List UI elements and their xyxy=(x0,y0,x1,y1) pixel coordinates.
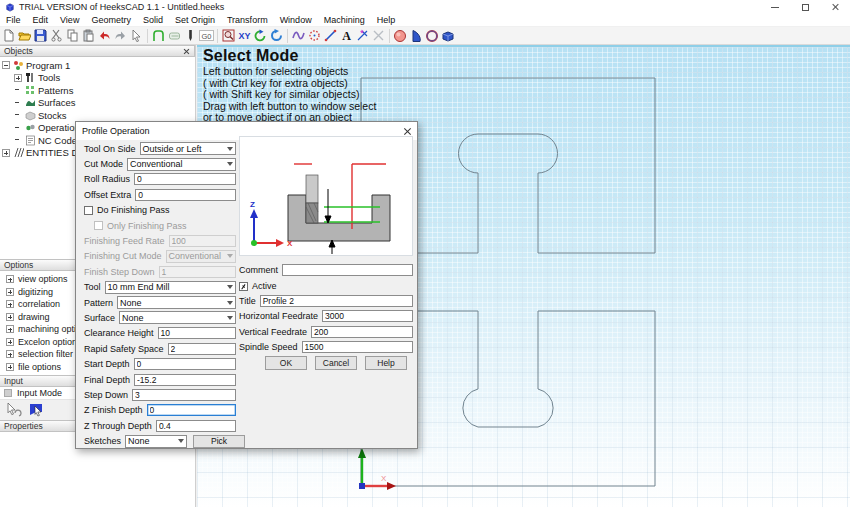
collapse-icon[interactable] xyxy=(2,61,10,69)
save-button[interactable] xyxy=(32,28,48,44)
zoom-window-button[interactable] xyxy=(220,28,236,44)
menu-machining[interactable]: Machining xyxy=(318,15,371,25)
help-button[interactable]: Help xyxy=(365,356,407,370)
expand-icon[interactable] xyxy=(6,338,14,346)
paste-button[interactable] xyxy=(80,28,96,44)
tree-item-tools[interactable]: Tools xyxy=(2,72,195,85)
do-finishing-pass-checkbox[interactable] xyxy=(84,206,93,215)
expand-icon[interactable] xyxy=(6,275,14,283)
cancel-button[interactable]: Cancel xyxy=(315,356,357,370)
field-label: Finishing Feed Rate xyxy=(84,236,165,246)
roll-radius-input[interactable] xyxy=(134,173,236,185)
expand-icon[interactable] xyxy=(6,363,14,371)
field-label: Offset Extra xyxy=(84,190,131,200)
option-label: selection filter xyxy=(18,349,73,359)
expand-icon[interactable] xyxy=(14,74,22,82)
copy-button[interactable] xyxy=(64,28,80,44)
g0-rapid-button[interactable]: G0 xyxy=(198,28,214,44)
magnetic-snap-cursor-icon[interactable] xyxy=(4,402,22,418)
spline-tool-button[interactable] xyxy=(290,28,306,44)
redraw-view-button[interactable] xyxy=(268,28,284,44)
clearance-height-input[interactable] xyxy=(158,327,236,339)
pocket-operation-button[interactable] xyxy=(166,28,182,44)
drill-operation-button[interactable] xyxy=(182,28,198,44)
rapid-safety-space-input[interactable] xyxy=(168,343,236,355)
sphere-solid-button[interactable] xyxy=(392,28,408,44)
field-final-depth: Final Depth xyxy=(84,372,236,387)
menu-transform[interactable]: Transform xyxy=(221,15,274,25)
dimension-tool-button[interactable] xyxy=(354,28,370,44)
combo-value: Conventional xyxy=(130,159,183,169)
open-file-button[interactable] xyxy=(16,28,32,44)
expand-icon[interactable] xyxy=(6,350,14,358)
text-tool-button[interactable]: A xyxy=(338,28,354,44)
final-depth-input[interactable] xyxy=(134,374,236,386)
spindle-speed-input[interactable] xyxy=(302,341,413,353)
dialog-close-icon[interactable] xyxy=(403,127,411,135)
entities-icon xyxy=(13,147,24,158)
menu-set-origin[interactable]: Set Origin xyxy=(169,15,221,25)
finishing-feed-rate-input xyxy=(169,235,236,247)
title-input[interactable] xyxy=(260,295,413,307)
active-checkbox[interactable] xyxy=(239,282,248,291)
measure-tool-button[interactable] xyxy=(370,28,386,44)
ok-button[interactable]: OK xyxy=(265,356,307,370)
menu-solid[interactable]: Solid xyxy=(137,15,169,25)
pick-button[interactable]: Pick xyxy=(193,435,245,448)
tree-item-patterns[interactable]: Patterns xyxy=(2,84,195,97)
objects-panel-close-icon[interactable] xyxy=(183,48,190,55)
menu-edit[interactable]: Edit xyxy=(27,15,55,25)
expand-icon[interactable] xyxy=(6,313,14,321)
expand-icon[interactable] xyxy=(6,325,14,333)
input-mode-bullet-icon xyxy=(4,389,12,397)
chevron-down-icon xyxy=(178,439,184,443)
field-label: Tool xyxy=(84,282,101,292)
vertical-feedrate-input[interactable] xyxy=(311,326,413,338)
menu-window[interactable]: Window xyxy=(274,15,318,25)
pattern-select[interactable]: None xyxy=(117,296,236,309)
surface-select[interactable]: None xyxy=(119,311,236,324)
sketches-select[interactable]: None xyxy=(125,435,187,448)
tree-item-program[interactable]: Program 1 xyxy=(2,59,195,72)
menu-view[interactable]: View xyxy=(54,15,85,25)
tree-item-stocks[interactable]: Stocks xyxy=(2,109,195,122)
select-mode-button[interactable] xyxy=(128,28,144,44)
close-button[interactable] xyxy=(820,0,850,14)
maximize-icon xyxy=(802,4,809,11)
combo-value: None xyxy=(122,313,144,323)
tree-item-surfaces[interactable]: Surfaces xyxy=(2,97,195,110)
cone-solid-button[interactable] xyxy=(408,28,424,44)
tool-on-side-select[interactable]: Outside or Left xyxy=(140,142,236,155)
view-xy-button[interactable]: XY xyxy=(236,28,252,44)
cut-button[interactable] xyxy=(48,28,64,44)
offset-extra-input[interactable] xyxy=(135,189,236,201)
redo-button[interactable] xyxy=(112,28,128,44)
profile-operation-button[interactable] xyxy=(150,28,166,44)
minimize-button[interactable] xyxy=(760,0,790,14)
expand-icon[interactable] xyxy=(2,149,10,157)
comment-input[interactable] xyxy=(282,264,413,276)
z-finish-depth-input[interactable] xyxy=(147,404,236,416)
line-tool-button[interactable] xyxy=(322,28,338,44)
menu-file[interactable]: File xyxy=(0,15,27,25)
menu-help[interactable]: Help xyxy=(371,15,402,25)
cut-mode-select[interactable]: Conventional xyxy=(127,158,236,171)
undo-button[interactable] xyxy=(96,28,112,44)
z-through-depth-input[interactable] xyxy=(156,420,236,432)
objects-panel-header: Objects xyxy=(0,45,195,57)
maximize-button[interactable] xyxy=(790,0,820,14)
horizontal-feedrate-input[interactable] xyxy=(322,310,413,322)
torus-solid-button[interactable] xyxy=(424,28,440,44)
start-depth-input[interactable] xyxy=(134,358,236,370)
new-file-button[interactable] xyxy=(0,28,16,44)
block-solid-button[interactable] xyxy=(440,28,456,44)
dialog-title: Profile Operation xyxy=(82,126,150,136)
points-tool-button[interactable] xyxy=(306,28,322,44)
rotate-view-button[interactable] xyxy=(252,28,268,44)
menu-geometry[interactable]: Geometry xyxy=(85,15,137,25)
tool-select[interactable]: 10 mm End Mill xyxy=(105,281,236,294)
expand-icon[interactable] xyxy=(6,300,14,308)
step-down-input[interactable] xyxy=(132,389,236,401)
drag-select-cursor-icon[interactable] xyxy=(28,402,46,418)
expand-icon[interactable] xyxy=(6,288,14,296)
